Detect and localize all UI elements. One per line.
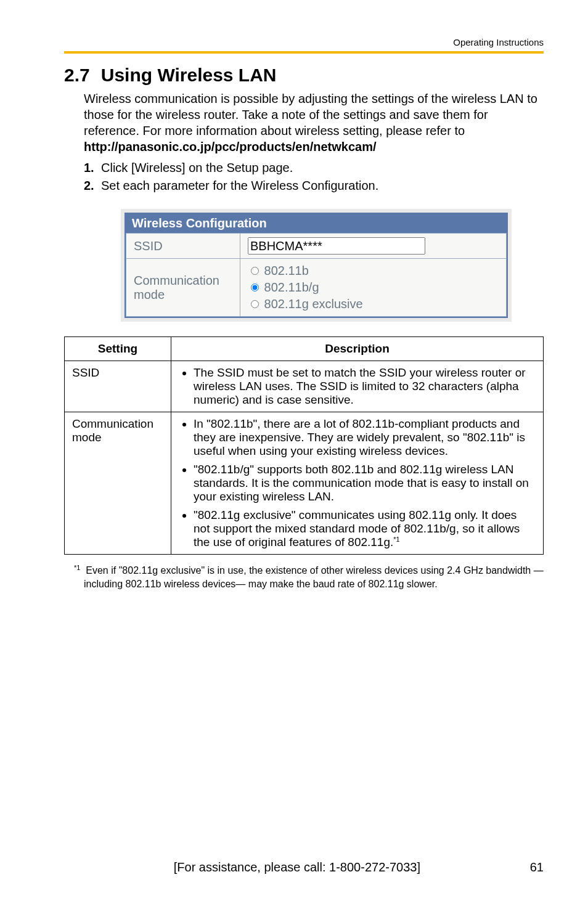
step-2-text: Set each parameter for the Wireless Conf…: [101, 179, 378, 192]
comm-option-0[interactable]: 802.11b: [248, 264, 309, 277]
description-table: Setting Description SSID The SSID must b…: [64, 336, 544, 555]
row-1-setting: Communication mode: [65, 412, 171, 555]
section-title-text: Using Wireless LAN: [101, 65, 277, 85]
row-1-bullet-1: "802.11b/g" supports both 802.11b and 80…: [194, 463, 536, 503]
intro-link: http://panasonic.co.jp/pcc/products/en/n…: [84, 140, 377, 153]
comm-mode-options: 802.11b 802.11b/g 802.11g exclusive: [240, 259, 507, 317]
steps-list: 1.Click [Wireless] on the Setup page. 2.…: [84, 161, 544, 197]
comm-radio-2[interactable]: [251, 300, 259, 308]
comm-option-1[interactable]: 802.11b/g: [248, 280, 319, 294]
comm-option-0-label: 802.11b: [264, 264, 309, 277]
section-title: 2.7Using Wireless LAN: [64, 65, 544, 86]
row-1-bullet-0: In "802.11b", there are a lot of 802.11b…: [194, 417, 536, 458]
intro-paragraph: Wireless communication is possible by ad…: [84, 91, 544, 155]
footer-assist: [For assistance, please call: 1-800-272-…: [174, 860, 420, 874]
col-header-setting: Setting: [65, 337, 171, 361]
intro-text: Wireless communication is possible by ad…: [84, 92, 537, 137]
row-1-bullet-2-sup: *1: [393, 536, 399, 543]
step-2-num: 2.: [84, 179, 101, 193]
page-footer: [For assistance, please call: 1-800-272-…: [64, 860, 544, 874]
header-rule: [64, 51, 544, 54]
col-header-description: Description: [171, 337, 544, 361]
row-1-bullet-2: "802.11g exclusive" communicates using 8…: [194, 508, 536, 549]
step-1: 1.Click [Wireless] on the Setup page.: [84, 161, 544, 175]
step-2: 2.Set each parameter for the Wireless Co…: [84, 179, 544, 193]
step-1-num: 1.: [84, 161, 101, 175]
footnote-marker: *1: [74, 564, 80, 571]
comm-radio-1[interactable]: [251, 283, 259, 291]
ssid-input[interactable]: [248, 237, 425, 255]
ssid-label: SSID: [126, 234, 240, 259]
wireless-config-panel: Wireless Configuration SSID Communicatio…: [121, 209, 512, 322]
table-row: SSID The SSID must be set to match the S…: [65, 361, 544, 412]
table-row: Communication mode In "802.11b", there a…: [65, 412, 544, 555]
footer-page-number: 61: [530, 860, 544, 874]
section-number: 2.7: [64, 65, 90, 86]
comm-option-2-label: 802.11g exclusive: [264, 297, 363, 311]
wireless-config-heading: Wireless Configuration: [126, 214, 507, 233]
row-0-setting: SSID: [65, 361, 171, 412]
comm-option-2[interactable]: 802.11g exclusive: [248, 297, 363, 311]
comm-option-1-label: 802.11b/g: [264, 280, 319, 294]
comm-mode-label: Communication mode: [126, 259, 240, 317]
row-0-bullet-0: The SSID must be set to match the SSID y…: [194, 366, 536, 407]
comm-radio-0[interactable]: [251, 267, 259, 275]
running-header: Operating Instructions: [64, 37, 544, 47]
footnote-text: Even if "802.11g exclusive" is in use, t…: [84, 566, 544, 590]
footnote: *1 Even if "802.11g exclusive" is in use…: [74, 563, 544, 591]
step-1-text: Click [Wireless] on the Setup page.: [101, 161, 293, 174]
